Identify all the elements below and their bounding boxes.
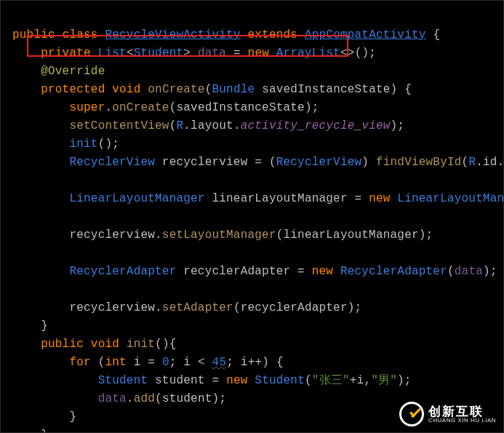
keyword: for	[69, 356, 90, 369]
type: Student	[134, 47, 184, 60]
method-decl: init	[127, 338, 155, 351]
type: ArrayList	[276, 47, 340, 60]
watermark-logo: 创新互联 CHUANG XIN HU LIAN	[399, 402, 496, 426]
method-call: findViewById	[376, 156, 462, 169]
superclass: AppCompatActivity	[305, 28, 426, 41]
type: RecyclerAdapter	[69, 265, 176, 278]
keyword: extends	[248, 28, 298, 41]
keyword: protected	[41, 83, 105, 96]
resource: activity_recycle_view	[241, 119, 391, 132]
annotation: @Override	[41, 65, 105, 78]
method-call: setAdapter	[162, 301, 233, 314]
method-call: setContentView	[69, 119, 169, 132]
keyword: new	[248, 47, 269, 60]
param: savedInstanceState	[262, 83, 390, 96]
type: List	[98, 47, 127, 60]
keyword: super	[69, 101, 105, 114]
type: Bundle	[212, 83, 255, 96]
logo-text-en: CHUANG XIN HU LIAN	[428, 418, 496, 424]
keyword: private	[41, 47, 91, 60]
type: LinearLayoutManager	[69, 192, 204, 205]
logo-check-icon	[399, 402, 424, 426]
logo-text-cn: 创新互联	[428, 405, 496, 418]
method-call: add	[134, 392, 155, 405]
method-decl: onCreate	[148, 83, 204, 96]
method-call: setLayoutManager	[162, 229, 276, 242]
field: data	[198, 47, 226, 60]
code-editor[interactable]: public class RecycleViewActivity extends…	[1, 1, 503, 433]
keyword: public	[12, 28, 55, 41]
string-literal: "张三"	[312, 374, 350, 387]
type: RecyclerView	[69, 156, 155, 169]
method-call: init	[69, 138, 97, 151]
keyword: void	[112, 83, 140, 96]
string-literal: "男"	[371, 374, 397, 387]
number-literal: 45	[212, 356, 227, 369]
method-call: onCreate	[112, 101, 169, 114]
class-name: RecycleViewActivity	[105, 28, 240, 41]
keyword: class	[63, 28, 98, 41]
